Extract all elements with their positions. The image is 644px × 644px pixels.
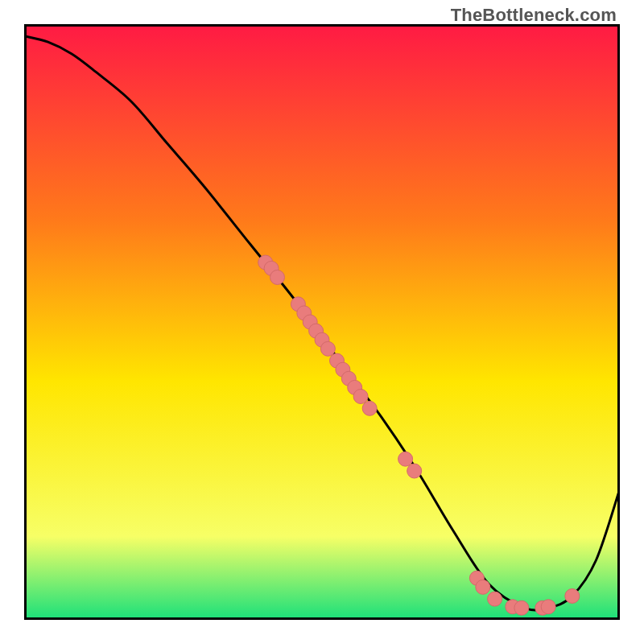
marker-dot (541, 600, 555, 614)
watermark-text: TheBottleneck.com (451, 5, 617, 26)
marker-dot (398, 452, 413, 466)
marker-dot (476, 580, 490, 594)
chart-background (24, 24, 620, 620)
marker-dot (320, 341, 335, 356)
marker-dot (407, 464, 422, 478)
marker-dot (270, 270, 285, 285)
marker-dot (488, 592, 502, 606)
chart-svg (24, 24, 620, 620)
marker-dot (565, 588, 580, 603)
marker-dot (362, 401, 377, 415)
marker-dot (514, 601, 529, 615)
chart-frame (24, 24, 620, 620)
marker-dot (353, 390, 368, 404)
